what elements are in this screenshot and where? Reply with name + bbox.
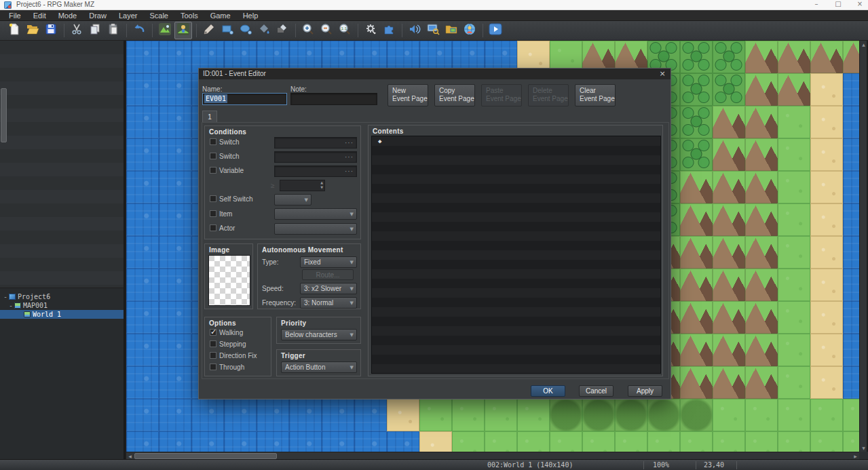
ellipse-button[interactable] — [237, 22, 254, 39]
empty-command-row[interactable] — [372, 260, 660, 269]
empty-command-row[interactable] — [372, 279, 660, 288]
tree-item-project6[interactable]: -Project6 — [0, 292, 124, 301]
empty-command-row[interactable] — [372, 222, 660, 231]
tree-item-map001[interactable]: -MAP001 — [0, 301, 124, 310]
new-event-page-button[interactable]: New Event Page — [388, 84, 428, 106]
undo-button[interactable] — [130, 22, 148, 39]
apply-button[interactable]: Apply — [628, 385, 662, 397]
scroll-up-icon[interactable]: ▲ — [860, 41, 867, 48]
zoom-out-button[interactable] — [318, 22, 335, 39]
empty-command-row[interactable] — [372, 326, 660, 336]
flood-fill-button[interactable] — [255, 22, 273, 39]
direction-fix-checkbox[interactable] — [210, 352, 216, 359]
variable-field[interactable]: ··· — [274, 165, 357, 177]
trigger-dropdown[interactable]: Action Button — [281, 361, 357, 373]
note-input[interactable] — [290, 93, 377, 105]
empty-command-row[interactable] — [372, 174, 660, 184]
walking-checkbox[interactable] — [210, 329, 216, 336]
self-switch-checkbox[interactable] — [210, 195, 216, 202]
shadow-pen-button[interactable] — [273, 22, 291, 39]
empty-command-row[interactable] — [372, 345, 660, 355]
empty-command-row[interactable] — [372, 193, 660, 203]
paste-button[interactable] — [105, 22, 122, 39]
switch2-browse-button[interactable]: ··· — [345, 153, 354, 161]
switch1-field[interactable]: ··· — [274, 137, 357, 149]
empty-command-row[interactable] — [372, 298, 660, 307]
empty-command-row[interactable] — [372, 231, 660, 241]
map-vertical-scrollbar[interactable]: ▲ ▼ — [859, 41, 867, 452]
character-generator-button[interactable] — [461, 22, 478, 39]
self-switch-dropdown[interactable] — [274, 194, 312, 205]
scroll-down-icon[interactable]: ▼ — [860, 444, 867, 452]
zoom-in-button[interactable] — [299, 22, 317, 39]
empty-command-row[interactable] — [372, 241, 660, 250]
minimize-button[interactable]: – — [806, 0, 827, 9]
menu-help[interactable]: Help — [237, 11, 265, 20]
name-input[interactable]: EV001 — [202, 93, 287, 105]
priority-dropdown[interactable]: Below characters — [281, 329, 357, 340]
cancel-button[interactable]: Cancel — [579, 385, 614, 397]
variable-checkbox[interactable] — [210, 167, 216, 174]
menu-tools[interactable]: Tools — [174, 11, 204, 20]
dialog-title-bar[interactable]: ID:001 - Event Editor × — [199, 68, 671, 79]
empty-command-row[interactable] — [372, 288, 660, 298]
save-project-button[interactable] — [42, 22, 60, 39]
empty-command-row[interactable] — [372, 165, 660, 174]
menu-game[interactable]: Game — [204, 11, 237, 20]
event-mode-button[interactable] — [174, 22, 192, 39]
empty-command-row[interactable] — [372, 336, 660, 345]
clear-event-page-button[interactable]: Clear Event Page — [575, 84, 616, 106]
actual-scale-button[interactable]: 1:1 — [336, 22, 354, 39]
empty-command-row[interactable] — [372, 212, 660, 222]
variable-value-spinner[interactable] — [280, 180, 325, 191]
empty-command-row[interactable] — [372, 364, 660, 374]
stepping-checkbox[interactable] — [210, 340, 216, 347]
menu-file[interactable]: File — [3, 11, 27, 20]
switch2-field[interactable]: ··· — [274, 151, 357, 163]
variable-browse-button[interactable]: ··· — [345, 168, 354, 175]
empty-command-row[interactable] — [372, 146, 660, 155]
empty-command-row[interactable] — [372, 317, 660, 326]
menu-scale[interactable]: Scale — [143, 11, 174, 20]
event-searcher-button[interactable] — [424, 22, 442, 39]
empty-command-row[interactable] — [372, 203, 660, 212]
database-button[interactable] — [362, 22, 379, 39]
empty-command-row[interactable] — [372, 184, 660, 193]
actor-dropdown[interactable] — [274, 223, 357, 235]
empty-command-row[interactable] — [372, 355, 660, 364]
close-window-button[interactable]: × — [850, 0, 868, 9]
empty-command-row[interactable] — [372, 250, 660, 260]
movement-type-dropdown[interactable]: Fixed — [300, 256, 357, 268]
switch1-checkbox[interactable] — [210, 138, 216, 145]
copy-button[interactable] — [86, 22, 104, 39]
event-page-tab-1[interactable]: 1 — [202, 111, 217, 123]
switch1-browse-button[interactable]: ··· — [345, 139, 354, 146]
menu-layer[interactable]: Layer — [113, 11, 144, 20]
event-commands-list[interactable]: ◆ — [371, 136, 661, 374]
resource-manager-button[interactable] — [442, 22, 460, 39]
map-horizontal-scrollbar[interactable]: ◀ ▶ — [126, 452, 859, 459]
copy-event-page-button[interactable]: Copy Event Page — [434, 84, 475, 106]
tree-expander[interactable]: - — [3, 292, 8, 301]
event-command-row[interactable]: ◆ — [372, 136, 660, 146]
tile-palette[interactable] — [0, 41, 124, 288]
sound-test-button[interactable] — [406, 22, 423, 39]
rectangle-button[interactable] — [219, 22, 236, 39]
speed-dropdown[interactable]: 3: x2 Slower — [300, 283, 357, 294]
empty-command-row[interactable] — [372, 155, 660, 165]
empty-command-row[interactable] — [372, 269, 660, 279]
menu-draw[interactable]: Draw — [83, 11, 113, 20]
play-test-button[interactable] — [487, 22, 504, 39]
open-project-button[interactable] — [24, 22, 41, 39]
actor-checkbox[interactable] — [210, 224, 216, 231]
vertical-scroll-thumb[interactable] — [1, 88, 7, 142]
cut-button[interactable] — [68, 22, 86, 39]
through-checkbox[interactable] — [210, 364, 216, 370]
tree-expander[interactable]: - — [8, 301, 14, 310]
ok-button[interactable]: OK — [531, 385, 565, 397]
event-image-box[interactable] — [208, 255, 250, 306]
tree-item-world-1[interactable]: World 1 — [0, 310, 124, 319]
menu-edit[interactable]: Edit — [27, 11, 52, 20]
switch2-checkbox[interactable] — [210, 153, 216, 159]
frequency-dropdown[interactable]: 3: Normal — [300, 297, 357, 309]
